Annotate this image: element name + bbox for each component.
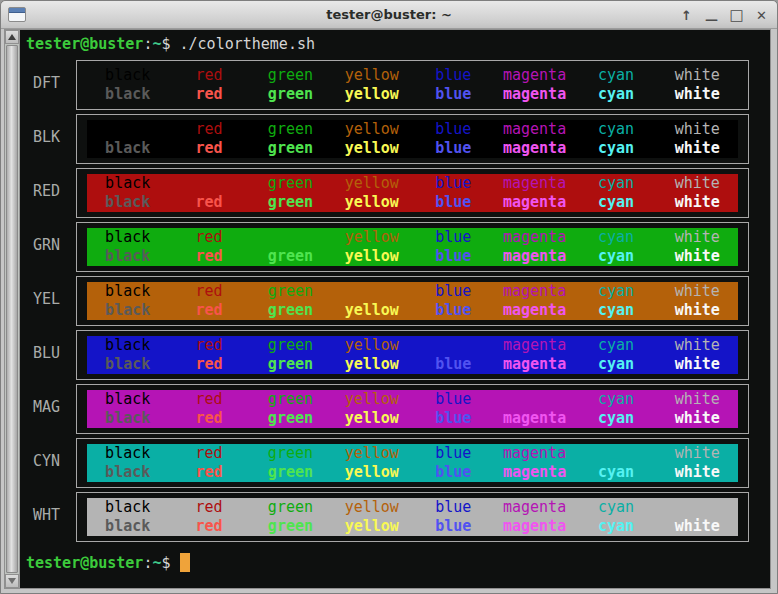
color-sample-normal-white: white (657, 444, 738, 463)
color-sample-normal-black: black (87, 120, 168, 139)
color-sample-bright-yellow: yellow (331, 301, 412, 320)
row-box: blackredgreenyellowbluemagentacyanwhiteb… (76, 276, 749, 326)
color-sample-normal-yellow: yellow (331, 444, 412, 463)
color-sample-normal-black: black (87, 498, 168, 517)
normal-color-line: blackredgreenyellowbluemagentacyanwhite (87, 498, 738, 517)
row-background-swatch: blackredgreenyellowbluemagentacyanwhiteb… (87, 336, 738, 374)
color-row-yel: YELblackredgreenyellowbluemagentacyanwhi… (26, 275, 770, 329)
bright-color-line: blackredgreenyellowbluemagentacyanwhite (87, 355, 738, 374)
color-sample-bright-blue: blue (413, 517, 494, 536)
window-title: tester@buster: ~ (1, 7, 777, 22)
color-sample-normal-green: green (250, 120, 331, 139)
color-sample-normal-red: red (168, 390, 249, 409)
window-menu-icon[interactable] (8, 7, 26, 22)
color-sample-bright-cyan: cyan (575, 517, 656, 536)
color-sample-bright-cyan: cyan (575, 409, 656, 428)
color-sample-bright-cyan: cyan (575, 247, 656, 266)
color-sample-bright-yellow: yellow (331, 193, 412, 212)
close-button[interactable]: ✕ (752, 5, 771, 25)
minimize-button[interactable]: — (702, 5, 721, 25)
color-sample-bright-black: black (87, 463, 168, 482)
row-box: blackredgreenyellowbluemagentacyanwhiteb… (76, 114, 749, 164)
row-label: CYN (33, 452, 60, 471)
color-sample-normal-green: green (250, 228, 331, 247)
shade-icon: ↑ (681, 8, 692, 23)
terminal-window: tester@buster: ~ ↑ — □ ✕ tester@buster:~… (0, 0, 778, 594)
terminal-screen[interactable]: tester@buster:~$ ./colortheme.sh DFTblac… (20, 30, 770, 588)
bright-color-line: blackredgreenyellowbluemagentacyanwhite (87, 409, 738, 428)
color-sample-normal-black: black (87, 66, 168, 85)
scroll-up-arrow[interactable] (5, 30, 19, 44)
color-sample-normal-cyan: cyan (575, 336, 656, 355)
normal-color-line: blackredgreenyellowbluemagentacyanwhite (87, 390, 738, 409)
color-sample-bright-magenta: magenta (494, 355, 575, 374)
color-sample-bright-blue: blue (413, 409, 494, 428)
row-background-swatch: blackredgreenyellowbluemagentacyanwhiteb… (87, 66, 738, 104)
color-sample-bright-cyan: cyan (575, 85, 656, 104)
color-sample-bright-white: white (657, 355, 738, 374)
color-sample-bright-blue: blue (413, 355, 494, 374)
row-box: blackredgreenyellowbluemagentacyanwhiteb… (76, 330, 749, 380)
row-label: WHT (33, 506, 60, 525)
color-sample-normal-black: black (87, 336, 168, 355)
row-box: blackredgreenyellowbluemagentacyanwhiteb… (76, 168, 749, 218)
color-sample-normal-magenta: magenta (494, 390, 575, 409)
color-sample-normal-white: white (657, 336, 738, 355)
maximize-button[interactable]: □ (727, 5, 746, 25)
color-sample-bright-magenta: magenta (494, 247, 575, 266)
color-sample-normal-blue: blue (413, 66, 494, 85)
color-sample-bright-black: black (87, 247, 168, 266)
color-sample-bright-yellow: yellow (331, 85, 412, 104)
color-sample-normal-magenta: magenta (494, 66, 575, 85)
scrollbar-thumb[interactable] (6, 45, 18, 573)
color-sample-normal-black: black (87, 228, 168, 247)
color-sample-normal-blue: blue (413, 336, 494, 355)
color-sample-bright-cyan: cyan (575, 301, 656, 320)
color-sample-normal-yellow: yellow (331, 282, 412, 301)
color-sample-bright-yellow: yellow (331, 463, 412, 482)
color-sample-normal-green: green (250, 498, 331, 517)
scrollbar[interactable] (5, 30, 20, 588)
color-sample-bright-magenta: magenta (494, 463, 575, 482)
color-sample-bright-green: green (250, 463, 331, 482)
color-sample-normal-red: red (168, 174, 249, 193)
titlebar[interactable]: tester@buster: ~ ↑ — □ ✕ (1, 1, 777, 29)
color-sample-normal-green: green (250, 390, 331, 409)
row-label: BLU (33, 344, 60, 363)
color-sample-normal-cyan: cyan (575, 120, 656, 139)
bright-color-line: blackredgreenyellowbluemagentacyanwhite (87, 85, 738, 104)
color-sample-normal-red: red (168, 120, 249, 139)
color-sample-normal-white: white (657, 498, 738, 517)
color-sample-bright-yellow: yellow (331, 247, 412, 266)
row-label: GRN (33, 236, 60, 255)
color-sample-normal-white: white (657, 282, 738, 301)
color-sample-normal-cyan: cyan (575, 174, 656, 193)
color-sample-bright-white: white (657, 193, 738, 212)
shade-button[interactable]: ↑ (677, 5, 696, 25)
color-sample-normal-magenta: magenta (494, 120, 575, 139)
bright-color-line: blackredgreenyellowbluemagentacyanwhite (87, 517, 738, 536)
current-prompt-line: tester@buster:~$ (26, 553, 770, 573)
color-sample-normal-yellow: yellow (331, 120, 412, 139)
color-sample-bright-red: red (168, 463, 249, 482)
color-row-cyn: CYNblackredgreenyellowbluemagentacyanwhi… (26, 437, 770, 491)
row-box: blackredgreenyellowbluemagentacyanwhiteb… (76, 222, 749, 272)
titlebar-buttons: ↑ — □ ✕ (677, 1, 771, 29)
row-box: blackredgreenyellowbluemagentacyanwhiteb… (76, 384, 749, 434)
color-sample-bright-red: red (168, 355, 249, 374)
prompt-dollar: $ (161, 35, 170, 53)
color-sample-normal-blue: blue (413, 498, 494, 517)
color-sample-normal-white: white (657, 174, 738, 193)
color-sample-bright-red: red (168, 301, 249, 320)
color-sample-bright-yellow: yellow (331, 139, 412, 158)
scroll-down-arrow[interactable] (5, 574, 19, 588)
normal-color-line: blackredgreenyellowbluemagentacyanwhite (87, 120, 738, 139)
color-sample-bright-black: black (87, 355, 168, 374)
color-sample-normal-yellow: yellow (331, 228, 412, 247)
color-sample-bright-black: black (87, 409, 168, 428)
color-sample-bright-magenta: magenta (494, 193, 575, 212)
color-sample-normal-red: red (168, 336, 249, 355)
normal-color-line: blackredgreenyellowbluemagentacyanwhite (87, 336, 738, 355)
color-sample-bright-white: white (657, 517, 738, 536)
color-sample-bright-black: black (87, 139, 168, 158)
